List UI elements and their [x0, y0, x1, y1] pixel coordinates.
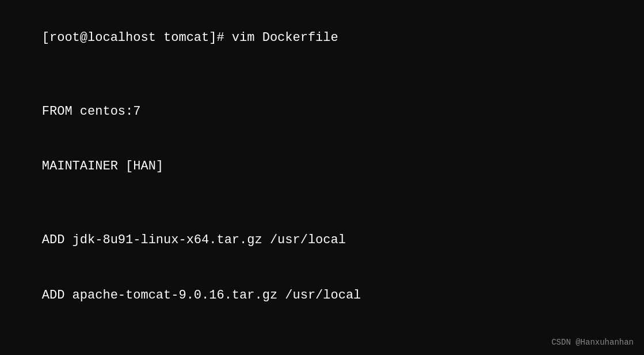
- terminal-window: [root@localhost tomcat]# vim Dockerfile …: [0, 0, 644, 355]
- terminal-line-add2: ADD apache-tomcat-9.0.16.tar.gz /usr/loc…: [12, 268, 632, 323]
- terminal-blank-2: [12, 194, 632, 213]
- terminal-blank-1: [12, 66, 632, 84]
- terminal-line-maintainer: MAINTAINER [HAN]: [12, 139, 632, 194]
- add2-text: ADD apache-tomcat-9.0.16.tar.gz /usr/loc…: [42, 288, 361, 303]
- prompt-text: [root@localhost tomcat]# vim Dockerfile: [42, 31, 338, 45]
- watermark: CSDN @Hanxuhanhan: [551, 338, 634, 347]
- terminal-line-add1: ADD jdk-8u91-linux-x64.tar.gz /usr/local: [12, 213, 632, 268]
- maintainer-text: MAINTAINER [HAN]: [42, 159, 163, 173]
- from-text: FROM centos:7: [42, 104, 141, 119]
- terminal-line-workdir: WORKDIR /usr/local: [12, 341, 632, 355]
- add1-text: ADD jdk-8u91-linux-x64.tar.gz /usr/local: [42, 233, 346, 247]
- terminal-blank-3: [12, 323, 632, 341]
- terminal-line-prompt: [root@localhost tomcat]# vim Dockerfile: [12, 10, 632, 66]
- terminal-line-from: FROM centos:7: [12, 84, 632, 139]
